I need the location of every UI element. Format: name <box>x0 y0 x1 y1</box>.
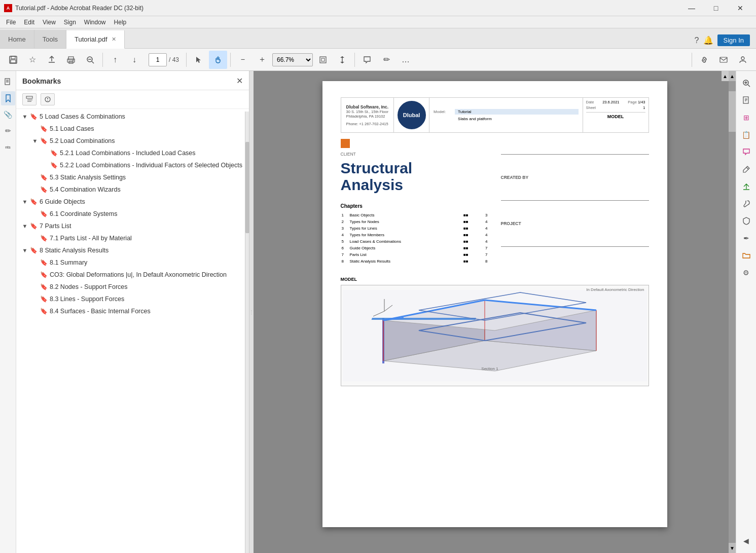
cursor-tool-button[interactable] <box>190 51 208 69</box>
toolbar-sep-3 <box>230 53 231 67</box>
zoom-out-search-button[interactable] <box>81 51 99 69</box>
bookmark-item-6-1[interactable]: ▶ 🔖 6.1 Coordinate Systems <box>16 208 249 220</box>
bookmarks-options-button[interactable] <box>41 93 55 105</box>
bookmark-item-5-4[interactable]: ▶ 🔖 5.4 Combination Wizards <box>16 184 249 196</box>
pdf-content-area: CLIENT StructuralAnalysis Chapters 1 Bas… <box>341 139 649 265</box>
right-icon-folder[interactable] <box>738 247 754 264</box>
panel-resize-handle[interactable]: ⋮ <box>249 71 254 553</box>
link-button[interactable] <box>695 51 713 69</box>
bookmark-item-8-3[interactable]: ▶ 🔖 8.3 Lines - Support Forces <box>16 293 249 306</box>
prev-page-button[interactable]: ↑ <box>106 51 124 69</box>
more-button[interactable]: … <box>397 51 415 69</box>
menu-view[interactable]: View <box>39 18 60 27</box>
window-controls[interactable]: — □ ✕ <box>680 0 752 16</box>
menu-sign[interactable]: Sign <box>60 18 80 27</box>
right-icon-zoom[interactable] <box>738 75 754 91</box>
bookmark-item-5-2[interactable]: ▼ 🔖 5.2 Load Combinations <box>16 135 249 148</box>
right-icon-comment[interactable] <box>738 144 754 160</box>
tab-close-icon[interactable]: ✕ <box>112 36 116 43</box>
bookmark-text-5-2-1: 5.2.1 Load Combinations - Included Load … <box>60 149 196 158</box>
bookmarks-expand-all-button[interactable] <box>22 93 37 105</box>
menu-file[interactable]: File <box>2 18 20 27</box>
left-icon-pages[interactable] <box>1 75 15 89</box>
pen-button[interactable]: ✏ <box>377 51 395 69</box>
left-icon-other[interactable]: nts <box>1 140 15 154</box>
right-icon-clipboard[interactable]: 📋 <box>738 127 754 143</box>
right-icon-shield[interactable] <box>738 213 754 229</box>
notifications-icon[interactable]: 🔔 <box>703 35 713 45</box>
expand-icon-6[interactable]: ▼ <box>20 198 29 207</box>
right-icon-pen[interactable]: ✒ <box>738 230 754 246</box>
left-icon-sign[interactable]: ✏ <box>1 124 15 138</box>
next-page-button[interactable]: ↓ <box>125 51 143 69</box>
comment-button[interactable] <box>358 51 376 69</box>
bookmark-item-5-3[interactable]: ▶ 🔖 5.3 Static Analysis Settings <box>16 172 249 184</box>
pdf-scrollbar[interactable]: ▲ ▼ <box>729 71 736 553</box>
scroll-up-pdf[interactable]: ▲ <box>729 71 736 81</box>
scroll-down-pdf[interactable]: ▼ <box>729 543 736 553</box>
right-icon-wrench[interactable] <box>738 196 754 212</box>
pdf-area[interactable]: ▲ Dlubal Software, Inc. 30 S. 15th St., … <box>254 71 736 553</box>
bookmark-item-5-2-2[interactable]: ▶ 🔖 5.2.2 Load Combinations - Individual… <box>16 160 249 172</box>
bookmark-item-8[interactable]: ▼ 🔖 8 Static Analysis Results <box>16 245 249 257</box>
right-icon-collapse[interactable]: ◀ <box>738 533 754 549</box>
bookmark-item-5-1[interactable]: ▶ 🔖 5.1 Load Cases <box>16 123 249 135</box>
zoom-in-button[interactable]: ＋ <box>253 51 271 69</box>
bookmark-item-7[interactable]: ▼ 🔖 7 Parts List <box>16 220 249 233</box>
menu-help[interactable]: Help <box>110 18 131 27</box>
zoom-select[interactable]: 66.7% 50% 75% 100% 125% 150% <box>272 53 313 66</box>
user-button[interactable] <box>734 51 752 69</box>
tab-home[interactable]: Home <box>0 30 34 48</box>
bookmark-button[interactable]: ☆ <box>23 51 42 69</box>
bookmark-icon-8: 🔖 <box>29 246 38 254</box>
pdf-logo: Dlubal <box>394 98 429 132</box>
fit-page-button[interactable] <box>314 51 332 69</box>
bookmark-item-5-2-1[interactable]: ▶ 🔖 5.2.1 Load Combinations - Included L… <box>16 148 249 160</box>
print-button[interactable] <box>62 51 80 69</box>
mail-button[interactable] <box>714 51 733 69</box>
right-icon-settings[interactable]: ⚙ <box>738 265 754 281</box>
scroll-mode-button[interactable] <box>333 51 351 69</box>
right-icon-edit[interactable] <box>738 161 754 177</box>
toc-table: 1 Basic Objects ■■ 3 2 Types for Nodes ■… <box>341 212 489 265</box>
minimize-button[interactable]: — <box>680 0 703 16</box>
bookmark-item-7-1[interactable]: ▶ 🔖 7.1 Parts List - All by Material <box>16 233 249 245</box>
left-icon-bookmarks[interactable] <box>1 91 15 105</box>
expand-icon-7[interactable]: ▼ <box>20 222 29 231</box>
left-tooltip-container: nts <box>1 140 15 154</box>
bookmark-item-8-4[interactable]: ▶ 🔖 8.4 Surfaces - Basic Internal Forces <box>16 306 249 318</box>
right-icon-combine[interactable]: ⊞ <box>738 109 754 126</box>
hand-tool-button[interactable] <box>209 51 227 69</box>
expand-icon-8[interactable]: ▼ <box>20 246 29 255</box>
right-icon-document[interactable] <box>738 92 754 108</box>
close-button[interactable]: ✕ <box>729 0 752 16</box>
bookmark-item-co3[interactable]: ▶ 🔖 CO3: Global Deformations |u|, In Def… <box>16 269 249 281</box>
bookmark-item-8-2[interactable]: ▶ 🔖 8.2 Nodes - Support Forces <box>16 281 249 293</box>
svg-line-13 <box>703 59 705 61</box>
project-divider <box>501 246 649 247</box>
zoom-out-button[interactable]: － <box>234 51 252 69</box>
model-3d-view: In Default Axonometric Direction <box>341 285 649 386</box>
scroll-up-button[interactable]: ▲ <box>722 71 729 81</box>
menu-window[interactable]: Window <box>80 18 110 27</box>
right-icon-export[interactable] <box>738 178 754 195</box>
help-icon[interactable]: ? <box>695 36 699 45</box>
sign-in-button[interactable]: Sign In <box>717 34 750 46</box>
tab-tools[interactable]: Tools <box>34 30 66 48</box>
bookmark-item-5[interactable]: ▼ 🔖 5 Load Cases & Combinations <box>16 111 249 123</box>
save-button[interactable] <box>4 51 22 69</box>
expand-icon-5-2[interactable]: ▼ <box>30 137 40 146</box>
subtitle-val: Slabs and platform <box>455 116 578 122</box>
expand-icon-5[interactable]: ▼ <box>20 113 29 122</box>
left-icon-attachments[interactable]: 📎 <box>1 107 15 122</box>
bookmarks-scrollbar[interactable] <box>245 112 249 553</box>
upload-button[interactable] <box>43 51 61 69</box>
page-input[interactable] <box>149 53 167 66</box>
bookmarks-close-button[interactable]: ✕ <box>236 76 243 86</box>
menu-edit[interactable]: Edit <box>20 18 39 27</box>
app-icon: A <box>4 4 12 12</box>
maximize-button[interactable]: □ <box>704 0 728 16</box>
bookmark-item-8-1[interactable]: ▶ 🔖 8.1 Summary <box>16 257 249 269</box>
bookmark-item-6[interactable]: ▼ 🔖 6 Guide Objects <box>16 196 249 208</box>
tab-tutorial-pdf[interactable]: Tutorial.pdf ✕ <box>66 30 125 49</box>
